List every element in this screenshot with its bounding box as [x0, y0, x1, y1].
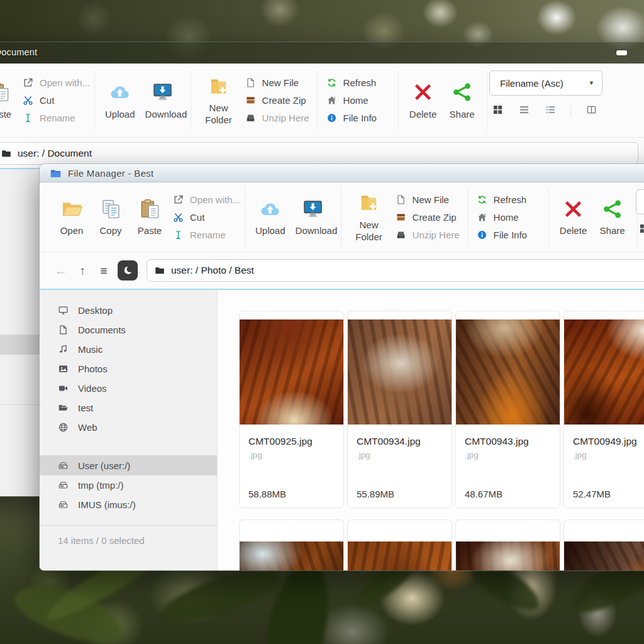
- toolbar-button-cut[interactable]: Cut: [173, 212, 236, 223]
- delete-icon: [412, 80, 434, 104]
- toolbar-button-new-file[interactable]: New File: [396, 194, 458, 205]
- toolbar-button-delete[interactable]: Delete: [558, 197, 589, 237]
- file-card[interactable]: [347, 519, 452, 571]
- file-extension: .jpg: [357, 450, 443, 460]
- up-icon[interactable]: ↑: [75, 264, 90, 277]
- rename-icon: [173, 230, 184, 240]
- file-name: CMT00925.jpg: [248, 436, 335, 447]
- sidebar-item-web[interactable]: Web: [40, 418, 217, 437]
- sidebar-item-test[interactable]: test: [40, 398, 217, 418]
- best-window-titlebar[interactable]: File Manager - Best: [40, 164, 644, 182]
- sort-order-select[interactable]: Filename (Asc) ▼: [489, 70, 602, 96]
- hamburger-menu-icon[interactable]: ≡: [96, 265, 111, 277]
- toolbar-button-cut[interactable]: Cut: [23, 95, 86, 106]
- toolbar-button-home[interactable]: Home: [477, 212, 540, 223]
- file-card-cmt00934-jpg[interactable]: CMT00934.jpg.jpg55.89MB: [347, 311, 452, 508]
- toolbar-button-new-folder[interactable]: New Folder: [200, 74, 238, 126]
- file-card-cmt00943-jpg[interactable]: CMT00943.jpg.jpg48.67MB: [455, 311, 560, 508]
- toolbar-button-create-zip[interactable]: Create Zip: [396, 212, 458, 223]
- breadcrumb-path: user: / Photo / Best: [171, 265, 254, 276]
- sidebar-item-label: Desktop: [78, 305, 113, 316]
- file-grid: CMT00925.jpg.jpg58.88MBCMT00934.jpg.jpg5…: [218, 290, 644, 571]
- new-folder-icon: [208, 74, 230, 98]
- toolbar-button-share[interactable]: Share: [597, 197, 628, 237]
- download-icon: [152, 80, 174, 104]
- file-card-cmt00925-jpg[interactable]: CMT00925.jpg.jpg58.88MB: [239, 311, 344, 508]
- toolbar-button-paste[interactable]: Paste: [134, 197, 165, 237]
- view-columns-button[interactable]: [586, 104, 597, 116]
- view-grid-button[interactable]: [638, 223, 644, 235]
- toolbar-button-label: Share: [450, 109, 475, 121]
- toolbar-button-file-info[interactable]: File Info: [326, 113, 389, 123]
- file-thumbnail: [564, 319, 644, 425]
- view-compact-button[interactable]: [545, 104, 557, 116]
- toolbar-button-delete[interactable]: Delete: [408, 80, 439, 121]
- toolbar-button-file-info[interactable]: File Info: [477, 230, 540, 240]
- rename-icon: [23, 113, 33, 123]
- sidebar-item-label: Documents: [78, 325, 126, 335]
- toolbar-button-download[interactable]: Download: [144, 80, 182, 121]
- file-thumbnail: [456, 319, 560, 425]
- view-grid-icon: [640, 224, 644, 233]
- toolbar-button-label: Download: [296, 225, 331, 237]
- file-thumbnail: [240, 319, 344, 425]
- toolbar-button-label: Upload: [255, 225, 286, 237]
- toolbar-stack: New FileCreate ZipUnzip Here: [396, 194, 458, 240]
- sort-order-select[interactable]: Filename (Asc) ▼: [636, 189, 644, 214]
- sidebar-item-documents[interactable]: Documents: [40, 320, 217, 340]
- sidebar-drive-user-user[interactable]: User (user:/): [40, 456, 217, 475]
- file-card[interactable]: [455, 519, 560, 571]
- sidebar-drive-imus-imus[interactable]: IMUS (imus:/): [40, 495, 217, 514]
- toolbar-button-upload[interactable]: Upload: [104, 80, 136, 121]
- toolbar-button-open-with[interactable]: Open with...: [23, 77, 86, 88]
- toolbar-button-open[interactable]: Open: [56, 197, 87, 237]
- file-card-cmt00949-jpg[interactable]: CMT00949.jpg.jpg52.47MB: [564, 311, 644, 508]
- sidebar-item-videos[interactable]: Videos: [40, 379, 217, 398]
- breadcrumb-path: user: / Document: [18, 148, 92, 159]
- document-window-titlebar[interactable]: File Manager - Document: [0, 42, 644, 64]
- dark-mode-toggle[interactable]: [118, 260, 138, 280]
- toolbar-button-share[interactable]: Share: [447, 80, 478, 121]
- toolbar-button-home[interactable]: Home: [326, 95, 389, 106]
- toolbar-button-open-with[interactable]: Open with...: [173, 194, 236, 205]
- sidebar-item-photos[interactable]: Photos: [40, 359, 217, 379]
- toolbar-button-create-zip[interactable]: Create Zip: [245, 95, 308, 106]
- status-text: 14 items / 0 selected: [40, 526, 217, 546]
- sidebar-drive-tmp-tmp[interactable]: tmp (tmp:/): [40, 475, 217, 495]
- music-icon: [58, 344, 69, 355]
- view-grid-button[interactable]: [492, 104, 504, 116]
- toolbar-button-upload[interactable]: Upload: [254, 197, 287, 237]
- toolbar-button-download[interactable]: Download: [294, 197, 332, 237]
- breadcrumb[interactable]: user: / Document: [0, 142, 638, 165]
- toolbar-button-refresh[interactable]: Refresh: [477, 194, 540, 205]
- sidebar-item-label: Videos: [78, 383, 107, 394]
- toolbar-button-copy[interactable]: Copy: [95, 197, 126, 237]
- home-icon: [326, 95, 337, 106]
- minimize-icon[interactable]: [616, 50, 627, 55]
- toolbar-button-unzip-here[interactable]: Unzip Here: [245, 113, 308, 123]
- refresh-icon: [477, 194, 487, 205]
- sidebar-item-label: Music: [78, 344, 103, 355]
- toolbar-button-unzip-here[interactable]: Unzip Here: [396, 230, 458, 240]
- toolbar-button-refresh[interactable]: Refresh: [326, 77, 389, 88]
- file-info-icon: [477, 230, 487, 240]
- file-card[interactable]: [564, 519, 644, 571]
- toolbar-button-label: Open: [60, 225, 84, 237]
- toolbar-button-label: New File: [262, 77, 299, 88]
- file-card[interactable]: [239, 519, 344, 571]
- toolbar-button-rename[interactable]: Rename: [23, 113, 86, 123]
- toolbar-button-paste[interactable]: Paste: [0, 80, 15, 121]
- toolbar-button-label: Copy: [99, 225, 121, 237]
- home-icon: [477, 212, 487, 223]
- back-icon[interactable]: ←: [53, 264, 69, 277]
- toolbar-button-label: New File: [413, 194, 449, 205]
- sidebar-item-music[interactable]: Music: [40, 340, 217, 359]
- toolbar-button-new-file[interactable]: New File: [245, 77, 308, 88]
- file-manager-best-window: File Manager - Best OpenCopyPasteOpen wi…: [39, 164, 644, 571]
- breadcrumb[interactable]: user: / Photo / Best: [147, 259, 644, 282]
- toolbar-button-label: Unzip Here: [262, 113, 309, 123]
- toolbar-button-rename[interactable]: Rename: [173, 230, 236, 240]
- toolbar-button-new-folder[interactable]: New Folder: [350, 191, 388, 243]
- sidebar-item-desktop[interactable]: Desktop: [40, 301, 217, 320]
- view-list-button[interactable]: [518, 104, 530, 116]
